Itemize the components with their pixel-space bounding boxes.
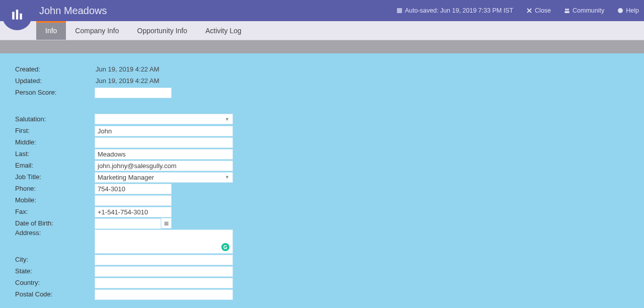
middle-input[interactable] xyxy=(95,137,233,148)
created-label: Created: xyxy=(15,65,95,73)
last-input[interactable] xyxy=(95,149,233,160)
person-score-label: Person Score: xyxy=(15,89,95,96)
state-label: State: xyxy=(15,267,95,275)
svg-rect-3 xyxy=(397,8,402,13)
mobile-input[interactable] xyxy=(95,195,172,206)
fax-label: Fax: xyxy=(15,208,95,215)
postal-input[interactable] xyxy=(95,289,233,300)
top-bar-right: Auto-saved: Jun 19, 2019 7:33 PM IST Clo… xyxy=(396,7,639,14)
chevron-down-icon: ▼ xyxy=(225,175,229,180)
grammar-badge-icon[interactable]: G xyxy=(221,243,229,251)
chevron-down-icon: ▼ xyxy=(225,117,229,122)
bars-icon xyxy=(11,9,24,22)
tab-bar: Info Company Info Opportunity Info Activ… xyxy=(0,21,644,40)
top-bar: John Meadows Auto-saved: Jun 19, 2019 7:… xyxy=(0,0,644,21)
phone-label: Phone: xyxy=(15,185,95,192)
svg-rect-1 xyxy=(16,10,18,19)
tab-opportunity-info[interactable]: Opportunity Info xyxy=(128,21,197,40)
app-logo xyxy=(2,0,32,30)
email-input[interactable] xyxy=(95,161,233,171)
close-icon xyxy=(526,8,532,14)
help-link[interactable]: Help xyxy=(617,7,639,14)
autosave-status: Auto-saved: Jun 19, 2019 7:33 PM IST xyxy=(396,7,513,14)
help-icon xyxy=(617,8,623,14)
svg-rect-8 xyxy=(565,11,570,13)
dob-label: Date of Birth: xyxy=(15,219,95,227)
jobtitle-value: Marketing Manager xyxy=(98,174,154,181)
close-button[interactable]: Close xyxy=(526,7,551,14)
calendar-icon: ▦ xyxy=(164,220,169,226)
help-label: Help xyxy=(626,7,639,14)
city-label: City: xyxy=(15,256,95,263)
country-input[interactable] xyxy=(95,278,233,288)
form-region: Created: Jun 19, 2019 4:22 AM Updated: J… xyxy=(0,53,644,305)
community-icon xyxy=(564,8,570,14)
salutation-select[interactable]: ▼ xyxy=(95,114,233,124)
created-value: Jun 19, 2019 4:22 AM xyxy=(95,65,159,73)
svg-point-7 xyxy=(567,9,569,11)
tab-activity-log[interactable]: Activity Log xyxy=(196,21,251,40)
close-label: Close xyxy=(535,7,551,14)
sub-bar xyxy=(0,40,644,53)
email-label: Email: xyxy=(15,162,95,169)
postal-label: Postal Code: xyxy=(15,290,95,298)
person-score-input[interactable] xyxy=(95,88,172,98)
first-input[interactable] xyxy=(95,126,233,136)
city-input[interactable] xyxy=(95,255,233,265)
address-label: Address: xyxy=(15,229,95,237)
svg-rect-2 xyxy=(20,14,22,20)
dob-input[interactable] xyxy=(95,218,161,229)
community-link[interactable]: Community xyxy=(564,7,604,14)
svg-point-9 xyxy=(618,8,623,13)
last-label: Last: xyxy=(15,150,95,158)
first-label: First: xyxy=(15,127,95,134)
tab-info[interactable]: Info xyxy=(36,21,66,40)
mobile-label: Mobile: xyxy=(15,196,95,204)
fax-input[interactable] xyxy=(95,207,172,217)
svg-rect-0 xyxy=(12,12,14,20)
updated-value: Jun 19, 2019 4:22 AM xyxy=(95,77,159,85)
calendar-button[interactable]: ▦ xyxy=(161,218,172,228)
save-icon xyxy=(396,8,403,14)
phone-input[interactable] xyxy=(95,184,172,194)
salutation-label: Salutation: xyxy=(15,115,95,123)
updated-label: Updated: xyxy=(15,77,95,85)
jobtitle-select[interactable]: Marketing Manager ▼ xyxy=(95,172,233,183)
svg-point-6 xyxy=(565,9,567,11)
autosave-text: Auto-saved: Jun 19, 2019 7:33 PM IST xyxy=(405,7,513,14)
jobtitle-label: Job Title: xyxy=(15,173,95,181)
country-label: Country: xyxy=(15,279,95,286)
state-input[interactable] xyxy=(95,266,233,277)
middle-label: Middle: xyxy=(15,138,95,146)
address-input[interactable]: G xyxy=(95,229,233,254)
tab-company-info[interactable]: Company Info xyxy=(66,21,128,40)
page-title: John Meadows xyxy=(39,5,107,17)
community-label: Community xyxy=(573,7,604,14)
